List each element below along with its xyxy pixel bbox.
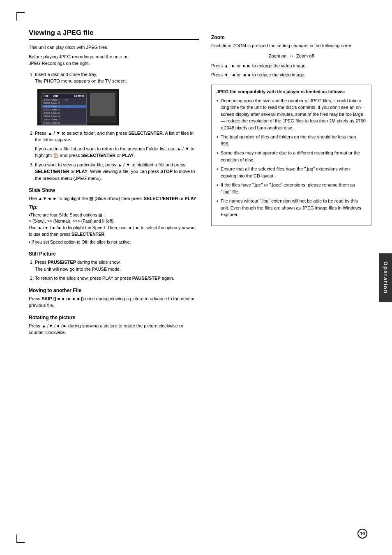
zoom-on-label: Zoom on — [269, 53, 286, 58]
page-number: 19 — [357, 529, 367, 539]
corner-mark-bottom-left — [16, 534, 25, 543]
steps-list: Insert a disc and close the tray. The PH… — [35, 71, 199, 85]
steps-list-2: Press ▲ / ▼ to select a folder, and then… — [35, 130, 199, 182]
screenshot-preview — [90, 93, 115, 116]
page-title: Viewing a JPEG file — [29, 29, 199, 40]
tip-line-1: •There are four Slide Speed options ▦ : … — [29, 212, 199, 238]
slide-show-title: Slide Show — [29, 187, 199, 193]
still-step-2: To return to the slide show, press PLAY … — [35, 275, 199, 282]
rotating-text: Press ▲ /▼ /◄ /► during showing a pictur… — [29, 322, 199, 336]
zoom-arrows: ↔ — [288, 53, 294, 59]
jpeg-bullet-6: File names without ".jpg" extension will… — [217, 198, 366, 218]
menu-row-selected: JPEG Folder 3>>> — [42, 105, 86, 108]
tip-box: Tip: •There are four Slide Speed options… — [29, 205, 199, 246]
operation-tab: Operation — [379, 253, 392, 302]
zoom-title: Zoom — [211, 35, 371, 40]
main-content: Viewing a JPEG file This unit can play d… — [29, 29, 371, 339]
menu-row: JPEG Folder 7 — [42, 118, 86, 121]
still-picture-title: Still Picture — [29, 251, 199, 257]
zoom-off-label: Zoom off — [296, 53, 314, 58]
zoom-diagram: Zoom on ↔ Zoom off — [211, 53, 371, 59]
right-column: Zoom Each time ZOOM is pressed the setti… — [211, 29, 371, 339]
slide-show-text: Use ▲▼◄ ► to highlight the ▦ (Slide Show… — [29, 195, 199, 202]
jpeg-bullet-5: If the files have ".jpe" or ".jpeg" exte… — [217, 182, 366, 195]
still-picture-steps: Press PAUSE/STEP during the slide show. … — [35, 259, 199, 282]
zoom-press2: Press ▼, ◄ or ◄◄ to reduce the video ima… — [211, 71, 371, 78]
operation-tab-label: Operation — [383, 261, 389, 294]
jpeg-compatibility-box: JPEG file compatibility with this player… — [211, 85, 371, 226]
zoom-press1: Press ▲, ► or ►► to enlarge the video im… — [211, 62, 371, 69]
corner-mark-top-left — [16, 12, 25, 21]
step-3: If you want to view a particular file, p… — [35, 161, 199, 182]
tip-line-2: • If you set Speed option to Off, the sl… — [29, 239, 199, 246]
tip-title: Tip: — [29, 205, 199, 210]
intro-text: This unit can play discs with JPEG files… — [29, 44, 199, 67]
moving-file-text: Press SKIP (|◄◄ or ►►|) once during view… — [29, 295, 199, 309]
moving-file-title: Moving to another File — [29, 288, 199, 293]
zoom-text: Each time ZOOM is pressed the setting ch… — [211, 42, 371, 49]
jpeg-compatibility-title: JPEG file compatibility with this player… — [217, 89, 366, 94]
menu-row: JPEG Folder 6 — [42, 115, 86, 118]
menu-row: JPEG Folder 2 — [42, 101, 86, 105]
page-container: Operation 19 Viewing a JPEG file This un… — [0, 0, 392, 555]
jpeg-bullet-2: The total number of files and folders on… — [217, 134, 366, 147]
menu-row: JPEG Folder 166 — [42, 98, 86, 101]
jpeg-bullet-3: Some discs may not operate due to a diff… — [217, 150, 366, 163]
still-step-1: Press PAUSE/STEP during the slide show. … — [35, 259, 199, 272]
screenshot-menu: File Title Browse JPEG Folder 166 JPEG F… — [42, 93, 87, 125]
rotating-title: Rotating the picture — [29, 315, 199, 320]
menu-row: JPEG Folder 4 — [42, 108, 86, 111]
menu-row: JPEG Folder 5 — [42, 111, 86, 115]
left-column: Viewing a JPEG file This unit can play d… — [29, 29, 199, 339]
screenshot-inner: File Title Browse JPEG Folder 166 JPEG F… — [39, 91, 117, 123]
jpeg-compatibility-list: Depending upon the size and the number o… — [217, 97, 366, 218]
step-1: Insert a disc and close the tray. The PH… — [35, 71, 199, 85]
menu-header: File Title Browse — [42, 94, 86, 98]
step-2: Press ▲ / ▼ to select a folder, and then… — [35, 130, 199, 159]
screenshot-thumbnail: File Title Browse JPEG Folder 166 JPEG F… — [37, 89, 119, 126]
jpeg-bullet-4: Ensure that all the selected files have … — [217, 166, 366, 179]
jpeg-bullet-1: Depending upon the size and the number o… — [217, 97, 366, 131]
menu-row: JPEG Folder 8 — [42, 121, 86, 124]
